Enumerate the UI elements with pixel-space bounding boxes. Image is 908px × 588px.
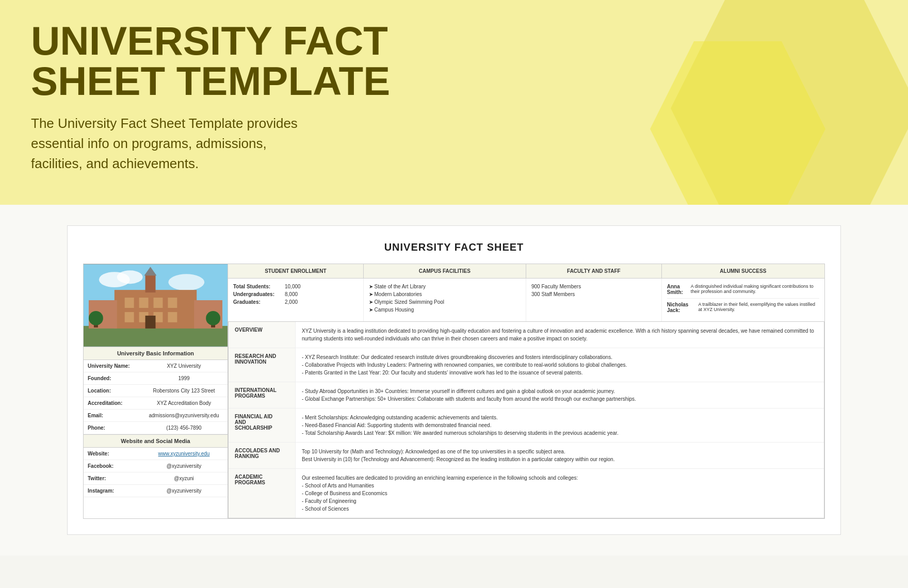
alumni-col: Anna Smith: A distinguished individual m…: [662, 279, 824, 321]
info-row: University Name: XYZ University: [84, 360, 228, 372]
accolades-row: ACCOLADES AND RANKING Top 10 University …: [229, 443, 824, 469]
value-facebook: @xyzuniversity: [140, 460, 228, 472]
value-accreditation: XYZ Accreditation Body: [140, 397, 228, 409]
facility-3: ➤ Olympic Sized Swimming Pool: [369, 299, 521, 305]
svg-point-22: [206, 311, 220, 325]
research-row: RESEARCH AND INNOVATION - XYZ Research I…: [229, 348, 824, 382]
international-row: INTERNATIONAL PROGRAMS - Study Abroad Op…: [229, 382, 824, 409]
svg-rect-8: [154, 298, 163, 308]
financial-row: FINANCIAL AID AND SCHOLARSHIP - Merit Sc…: [229, 409, 824, 443]
svg-point-3: [168, 274, 204, 290]
enroll-undergrad-value: 8,000: [285, 291, 358, 297]
social-header: Website and Social Media: [84, 434, 228, 448]
alumni-item-2: Nicholas Jack: A trailblazer in their fi…: [667, 302, 819, 316]
facilities-col: ➤ State of the Art Library ➤ Modern Labo…: [364, 279, 526, 321]
enroll-undergrad: Undergraduates: 8,000: [233, 291, 358, 297]
facility-2: ➤ Modern Laboratories: [369, 291, 521, 297]
svg-rect-13: [168, 312, 177, 322]
svg-rect-7: [139, 298, 149, 308]
staff-count: 300 Staff Members: [531, 291, 656, 297]
svg-rect-6: [125, 298, 134, 308]
svg-point-20: [89, 311, 103, 325]
academic-content: Our esteemed faculties are dedicated to …: [296, 469, 824, 518]
alumni-name-1: Anna Smith:: [667, 284, 688, 295]
svg-point-2: [117, 270, 143, 284]
social-row-instagram: Instagram: @xyzuniversity: [84, 485, 228, 497]
overview-content: XYZ University is a leading institution …: [296, 322, 824, 348]
international-label: INTERNATIONAL PROGRAMS: [229, 382, 296, 408]
enroll-grad-label: Graduates:: [233, 299, 285, 305]
info-rows: University Name: XYZ University Founded:…: [84, 360, 228, 434]
overview-label: OVERVIEW: [229, 322, 296, 348]
label-twitter: Twitter:: [84, 472, 140, 484]
header-section: UNIVERSITY FACT SHEET TEMPLATE The Unive…: [0, 0, 908, 205]
alumni-item-1: Anna Smith: A distinguished individual m…: [667, 284, 819, 299]
value-website[interactable]: www.xyzuniversity.edu: [140, 448, 228, 460]
value-university-name: XYZ University: [140, 360, 228, 372]
info-row: Founded: 1999: [84, 372, 228, 385]
research-label: RESEARCH AND INNOVATION: [229, 348, 296, 382]
enroll-total-value: 10,000: [285, 284, 358, 289]
social-row-twitter: Twitter: @xyzuni: [84, 472, 228, 485]
col-header-facilities: CAMPUS FACILITIES: [364, 264, 526, 278]
svg-rect-14: [145, 274, 156, 292]
university-image: [84, 264, 228, 347]
info-table: OVERVIEW XYZ University is a leading ins…: [228, 321, 824, 518]
alumni-desc-2: A trailblazer in their field, exemplifyi…: [698, 302, 819, 313]
main-content: UNIVERSITY FACT SHEET: [0, 205, 908, 556]
label-email: Email:: [84, 410, 140, 421]
alumni-name-2: Nicholas Jack:: [667, 302, 695, 313]
value-email: admissions@xyzuniversity.edu: [140, 410, 228, 421]
svg-rect-16: [145, 316, 156, 329]
basic-info-header: University Basic Information: [84, 347, 228, 360]
faculty-count: 900 Faculty Members: [531, 284, 656, 289]
page-subtitle: The University Fact Sheet Template provi…: [31, 113, 320, 174]
facility-4: ➤ Campus Housing: [369, 307, 521, 313]
enroll-grad-value: 2,000: [285, 299, 358, 305]
column-headers: STUDENT ENROLLMENT CAMPUS FACILITIES FAC…: [228, 264, 824, 279]
social-row-facebook: Facebook: @xyzuniversity: [84, 460, 228, 472]
enroll-total-label: Total Students:: [233, 284, 285, 289]
svg-rect-10: [125, 312, 134, 322]
fact-sheet: UNIVERSITY FACT SHEET: [67, 225, 841, 535]
left-panel: University Basic Information University …: [84, 264, 228, 518]
enroll-undergrad-label: Undergraduates:: [233, 291, 285, 297]
value-location: Roberstons City 123 Street: [140, 385, 228, 397]
social-row-website: Website: www.xyzuniversity.edu: [84, 448, 228, 460]
facility-1: ➤ State of the Art Library: [369, 284, 521, 289]
financial-label: FINANCIAL AID AND SCHOLARSHIP: [229, 409, 296, 442]
col-header-enrollment: STUDENT ENROLLMENT: [228, 264, 364, 278]
value-instagram: @xyzuniversity: [140, 485, 228, 497]
label-website: Website:: [84, 448, 140, 460]
col-header-alumni: ALUMNI SUCCESS: [662, 264, 824, 278]
enroll-total: Total Students: 10,000: [233, 284, 358, 289]
label-location: Location:: [84, 385, 140, 397]
data-columns: Total Students: 10,000 Undergraduates: 8…: [228, 279, 824, 321]
academic-label: ACADEMIC PROGRAMS: [229, 469, 296, 518]
label-founded: Founded:: [84, 372, 140, 384]
svg-rect-4: [84, 326, 228, 347]
col-header-faculty: FACULTY AND STAFF: [526, 264, 662, 278]
label-instagram: Instagram:: [84, 485, 140, 497]
enrollment-col: Total Students: 10,000 Undergraduates: 8…: [228, 279, 364, 321]
accolades-label: ACCOLADES AND RANKING: [229, 443, 296, 468]
label-university-name: University Name:: [84, 360, 140, 372]
info-row: Email: admissions@xyzuniversity.edu: [84, 410, 228, 422]
label-phone: Phone:: [84, 422, 140, 434]
top-section: University Basic Information University …: [83, 264, 825, 519]
info-row: Accreditation: XYZ Accreditation Body: [84, 397, 228, 410]
financial-content: - Merit Scholarships: Acknowledging outs…: [296, 409, 824, 442]
label-accreditation: Accreditation:: [84, 397, 140, 409]
value-phone: (123) 456-7890: [140, 422, 228, 434]
overview-row: OVERVIEW XYZ University is a leading ins…: [229, 322, 824, 348]
info-row: Location: Roberstons City 123 Street: [84, 385, 228, 397]
info-row: Phone: (123) 456-7890: [84, 422, 228, 434]
academic-row: ACADEMIC PROGRAMS Our esteemed faculties…: [229, 469, 824, 518]
fact-sheet-title: UNIVERSITY FACT SHEET: [83, 241, 825, 253]
enroll-grad: Graduates: 2,000: [233, 299, 358, 305]
international-content: - Study Abroad Opportunities in 30+ Coun…: [296, 382, 824, 408]
social-rows: Website: www.xyzuniversity.edu Facebook:…: [84, 448, 228, 497]
right-panel: STUDENT ENROLLMENT CAMPUS FACILITIES FAC…: [228, 264, 824, 518]
accolades-content: Top 10 University for (Math and Technolo…: [296, 443, 824, 468]
research-content: - XYZ Research Institute: Our dedicated …: [296, 348, 824, 382]
